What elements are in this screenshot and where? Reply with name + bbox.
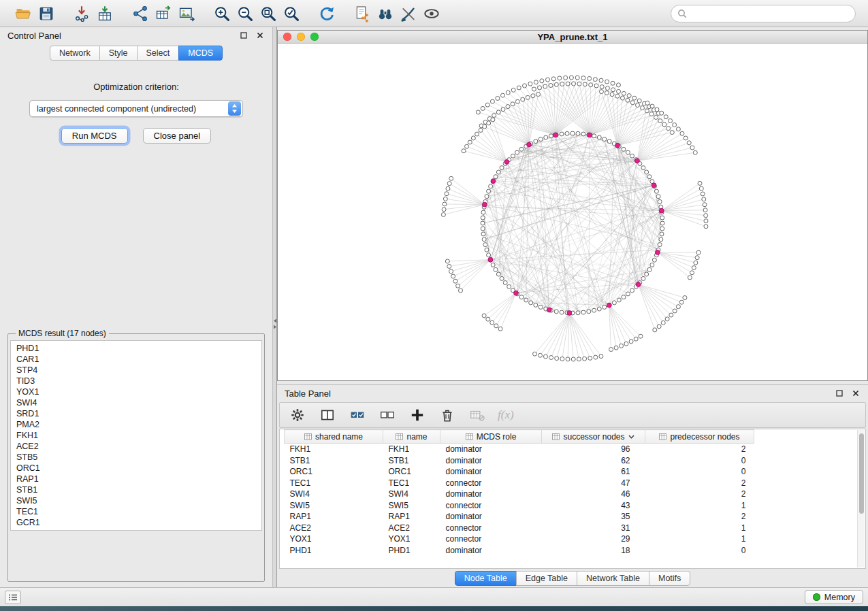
mcds-result-item[interactable]: STP4 xyxy=(11,365,261,376)
criterion-dropdown[interactable]: largest connected component (undirected) xyxy=(29,100,243,117)
column-header-name[interactable]: name xyxy=(383,430,440,444)
table-cell: TEC1 xyxy=(285,478,383,489)
column-header-mcds-role[interactable]: MCDS role xyxy=(440,430,542,444)
toggle-graphics-details-button[interactable] xyxy=(398,3,419,24)
tab-style[interactable]: Style xyxy=(99,46,138,61)
table-cell: STB1 xyxy=(383,455,440,467)
table-cell: FKH1 xyxy=(383,444,440,455)
delete-entry-button[interactable] xyxy=(438,406,457,424)
mcds-result-item[interactable]: PHD1 xyxy=(11,343,261,354)
mcds-result-item[interactable]: SRD1 xyxy=(11,408,261,419)
search-network-button[interactable] xyxy=(375,3,396,24)
mcds-result-item[interactable]: STB1 xyxy=(11,484,261,495)
mcds-result-item[interactable]: TEC1 xyxy=(11,506,261,517)
disabled-table-button[interactable] xyxy=(468,406,487,424)
zoom-in-button[interactable] xyxy=(212,3,232,24)
apply-layout-icon xyxy=(318,5,336,22)
memory-button[interactable]: Memory xyxy=(805,590,863,604)
table-row[interactable]: SWI4SWI4dominator462 xyxy=(285,489,754,500)
mcds-result-item[interactable]: YOX1 xyxy=(11,386,261,397)
column-header-predecessor-nodes[interactable]: predecessor nodes xyxy=(645,430,754,444)
table-tab-motifs[interactable]: Motifs xyxy=(649,571,690,586)
save-button[interactable] xyxy=(36,3,57,24)
export-network-button[interactable] xyxy=(130,3,150,24)
export-image-button[interactable] xyxy=(176,3,197,24)
function-builder-button[interactable]: f(x) xyxy=(498,408,514,422)
list-menu-icon xyxy=(8,593,18,601)
column-header-shared-name[interactable]: shared name xyxy=(285,430,383,444)
table-tab-network-table[interactable]: Network Table xyxy=(577,571,649,586)
mcds-result-item[interactable]: RAP1 xyxy=(11,474,261,484)
table-row[interactable]: YOX1YOX1connector291 xyxy=(285,533,754,545)
table-scrollbar[interactable] xyxy=(857,430,865,567)
mcds-result-item[interactable]: GCR1 xyxy=(11,517,261,528)
run-mcds-button[interactable]: Run MCDS xyxy=(61,128,128,144)
table-tab-edge-table[interactable]: Edge Table xyxy=(516,571,577,586)
add-entry-button[interactable] xyxy=(408,406,427,424)
network-window-titlebar[interactable]: YPA_prune.txt_1 xyxy=(278,31,867,44)
float-panel-button[interactable] xyxy=(239,31,248,40)
mcds-result-item[interactable]: ACE2 xyxy=(11,441,261,452)
zoom-fit-button[interactable] xyxy=(258,3,278,24)
export-table-button[interactable] xyxy=(153,3,174,24)
mcds-result-item[interactable]: PMA2 xyxy=(11,419,261,430)
table-row[interactable]: TEC1TEC1connector472 xyxy=(285,478,754,489)
mcds-result-item[interactable]: CAR1 xyxy=(11,354,261,365)
desktop-background-strip xyxy=(0,606,868,611)
table-scrollbar-thumb[interactable] xyxy=(859,433,864,514)
settings-button[interactable] xyxy=(288,406,307,424)
search-field[interactable] xyxy=(671,5,856,22)
close-panel-button[interactable] xyxy=(255,31,265,40)
zoom-selected-button[interactable] xyxy=(281,3,302,24)
network-canvas[interactable] xyxy=(278,44,867,380)
mcds-result-item[interactable]: SWI4 xyxy=(11,397,261,408)
import-table-button[interactable] xyxy=(95,3,115,24)
window-close-button[interactable] xyxy=(283,33,291,41)
table-cell: TEC1 xyxy=(383,478,440,489)
zoom-out-button[interactable] xyxy=(235,3,255,24)
table-row[interactable]: SWI5SWI5connector431 xyxy=(285,500,754,512)
table-cell: dominator xyxy=(440,545,542,557)
table-row[interactable]: PHD1PHD1dominator180 xyxy=(285,545,754,557)
show-hide-button[interactable] xyxy=(421,3,442,24)
open-folder-button[interactable] xyxy=(13,3,33,24)
float-icon xyxy=(240,32,247,39)
import-network-button[interactable] xyxy=(71,3,92,24)
table-row[interactable]: RAP1RAP1dominator352 xyxy=(285,511,754,523)
splitter-collapse-arrows[interactable] xyxy=(273,318,277,329)
export-document-button[interactable] xyxy=(352,3,372,24)
table-row[interactable]: ORC1ORC1dominator610 xyxy=(285,466,754,478)
vertical-splitter[interactable] xyxy=(272,27,277,587)
collapse-left-icon xyxy=(273,318,277,323)
table-cell: YOX1 xyxy=(383,533,440,545)
table-row[interactable]: STB1STB1dominator620 xyxy=(285,455,754,467)
network-graph[interactable] xyxy=(278,44,867,380)
columns-button[interactable] xyxy=(318,406,337,424)
table-row[interactable]: FKH1FKH1dominator962 xyxy=(285,444,754,455)
float-table-panel-button[interactable] xyxy=(835,389,844,398)
mcds-result-item[interactable]: FKH1 xyxy=(11,430,261,441)
import-table-icon xyxy=(96,5,114,22)
table-row[interactable]: ACE2ACE2connector311 xyxy=(285,523,754,534)
table-cell: ACE2 xyxy=(285,523,383,534)
deselect-all-button[interactable] xyxy=(378,406,397,424)
tab-select[interactable]: Select xyxy=(137,46,180,61)
window-minimize-button[interactable] xyxy=(297,33,305,41)
close-panel-button-secondary[interactable]: Close panel xyxy=(143,128,212,144)
tab-network[interactable]: Network xyxy=(50,46,100,61)
search-input[interactable] xyxy=(691,9,849,18)
close-table-panel-button[interactable] xyxy=(851,389,861,398)
column-header-successor-nodes[interactable]: successor nodes xyxy=(542,430,645,444)
mcds-result-item[interactable]: TID3 xyxy=(11,376,261,386)
select-all-button[interactable] xyxy=(348,406,367,424)
table-tab-node-table[interactable]: Node Table xyxy=(455,571,517,586)
window-maximize-button[interactable] xyxy=(310,33,319,41)
status-menu-button[interactable] xyxy=(5,591,21,604)
mcds-result-item[interactable]: STB5 xyxy=(11,452,261,463)
tab-mcds[interactable]: MCDS xyxy=(178,46,223,61)
mcds-result-item[interactable]: ORC1 xyxy=(11,463,261,474)
sort-descending-icon xyxy=(628,435,634,439)
mcds-result-item[interactable]: SWI5 xyxy=(11,495,261,506)
mcds-result-group: MCDS result (17 nodes) PHD1CAR1STP4TID3Y… xyxy=(7,329,265,582)
apply-layout-button[interactable] xyxy=(317,3,337,24)
